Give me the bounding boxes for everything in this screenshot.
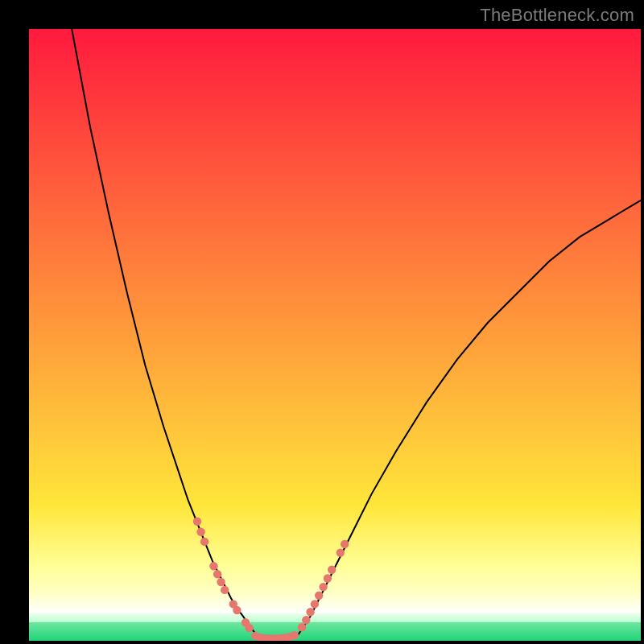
bottleneck-chart (0, 0, 644, 644)
data-marker (341, 540, 349, 548)
data-marker (319, 583, 327, 591)
data-marker (302, 616, 310, 624)
data-marker (336, 548, 345, 556)
data-marker (245, 624, 253, 632)
data-marker (311, 600, 319, 608)
data-marker (306, 608, 314, 616)
data-marker (213, 570, 221, 578)
data-marker (200, 538, 208, 546)
data-marker (196, 528, 204, 536)
chart-container: TheBottleneck.com (0, 0, 644, 644)
watermark-text: TheBottleneck.com (480, 5, 634, 26)
data-marker (291, 631, 299, 639)
plot-background-gradient (29, 29, 641, 641)
data-marker (217, 578, 225, 586)
data-marker (209, 562, 217, 570)
data-marker (298, 623, 306, 631)
data-marker (193, 518, 201, 526)
data-marker (221, 586, 229, 594)
data-marker (233, 606, 241, 614)
data-marker (324, 574, 332, 582)
data-marker (328, 566, 336, 574)
data-marker (315, 592, 323, 600)
